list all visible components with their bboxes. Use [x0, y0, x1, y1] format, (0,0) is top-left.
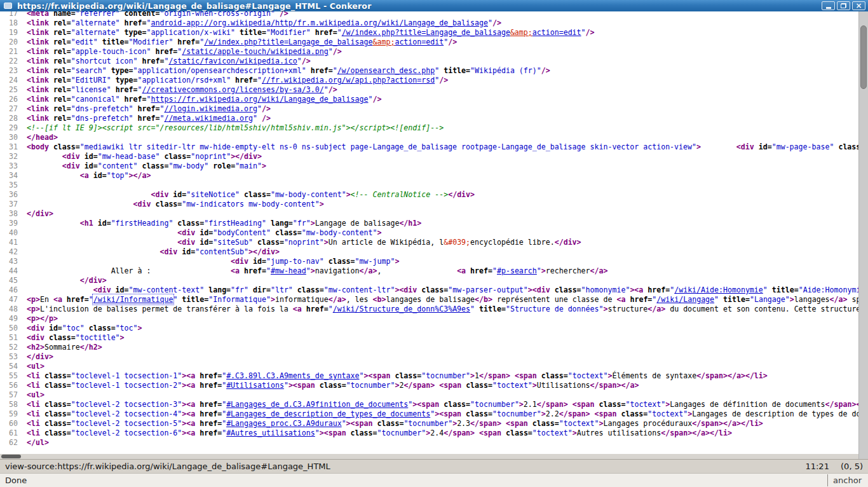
source-hyperlink[interactable]: /wiki/Langage [656, 295, 714, 304]
source-line: 26<link rel="canonical" href="https://fr… [0, 95, 858, 104]
source-hyperlink[interactable]: #p-search [497, 266, 537, 275]
modeline-scroll-position: (0, 5) [841, 462, 863, 471]
source-token: href= [200, 429, 222, 437]
source-hyperlink[interactable]: //fr.wikipedia.org/w/api.php?action=rsd [262, 76, 435, 85]
source-token: id= [173, 190, 186, 199]
source-token: <link [27, 28, 53, 37]
source-token: <span [595, 409, 621, 418]
source-hyperlink[interactable]: #Utilisations [226, 381, 284, 390]
source-hyperlink[interactable]: action=edit [395, 38, 444, 46]
source-token: </span></a></li> [661, 429, 732, 437]
source-token: id= [200, 228, 213, 237]
source-token: langages de balisage [386, 295, 475, 304]
source-token: id= [85, 152, 98, 161]
source-token [510, 371, 515, 380]
source-token: "origin-when-cross-origin" [159, 11, 279, 18]
source-token: </h2> [80, 343, 102, 352]
source-line: 29<!--[if lt IE 9]><script src="/resourc… [0, 123, 858, 133]
source-token: rel= [53, 38, 71, 46]
source-hyperlink[interactable]: /wiki/Aide:Homonymie [674, 285, 763, 294]
source-hyperlink[interactable]: /wiki/Informatique [93, 295, 173, 304]
restore-button[interactable] [837, 1, 850, 10]
source-token: </a> [590, 266, 608, 275]
source-token: "ltr" [271, 285, 297, 294]
vertical-scrollbar[interactable] [858, 11, 868, 459]
source-hyperlink[interactable]: /w/index.php?title=Langage_de_balisage [204, 38, 372, 46]
source-token: " [470, 305, 479, 313]
source-line: 52<h2>Sommaire</h2> [0, 343, 858, 352]
window-titlebar[interactable]: https://fr.wikipedia.org/wiki/Langage_de… [0, 0, 868, 11]
source-token: <p> [27, 295, 40, 304]
source-line: 46 <div id="mw-content-text" lang="fr" d… [0, 285, 858, 295]
line-number: 46 [0, 285, 18, 295]
source-token: <div [177, 228, 200, 237]
source-hyperlink[interactable]: /static/favicon/wikipedia.ico [168, 57, 297, 65]
source-token: > [599, 419, 604, 428]
source-token: href= [116, 85, 138, 94]
source-view[interactable]: 17<meta name="referrer" content="origin-… [0, 11, 858, 459]
source-token: class= [44, 400, 71, 409]
source-token: href= [125, 18, 147, 27]
source-token: href= [155, 47, 177, 56]
source-hyperlink[interactable]: android-app://org.wikipedia/http/fr.m.wi… [151, 18, 487, 27]
source-hyperlink[interactable]: #Langages_de_d.C3.A9finition_de_document… [226, 400, 408, 409]
source-hyperlink[interactable]: //login.wikimedia.org [164, 104, 257, 113]
source-hyperlink[interactable]: &amp; [510, 28, 532, 37]
source-hyperlink[interactable]: https://fr.wikipedia.org/wiki/Langage_de… [151, 95, 368, 104]
source-token: "Modifier" [266, 28, 315, 37]
source-hyperlink[interactable]: action=edit [532, 28, 581, 37]
source-token: <span [439, 381, 466, 390]
source-token: class= [53, 142, 80, 151]
source-token: <div [151, 190, 173, 199]
minimize-button[interactable] [822, 1, 835, 10]
source-token: "toclevel-1 tocsection-1" [71, 371, 182, 380]
source-token: id= [85, 161, 98, 170]
source-token: <h1 [80, 219, 98, 228]
source-token: "siteNotice" [186, 190, 244, 199]
source-line: 24<link rel="EditURI" type="application/… [0, 76, 858, 85]
source-token: class= [466, 381, 492, 390]
source-token: "toctext" [648, 409, 688, 418]
source-hyperlink[interactable]: #mw-head [271, 266, 306, 275]
source-hyperlink[interactable]: #Langages_proc.C3.A9duraux [226, 419, 341, 428]
source-token: En [40, 295, 53, 304]
horizontal-scrollbar[interactable] [0, 454, 858, 459]
source-hyperlink[interactable]: #Langages_de_description_de_types_de_doc… [226, 409, 430, 418]
source-token: représentent une classe de [492, 295, 616, 304]
source-token: id= [93, 171, 107, 180]
source-hyperlink[interactable]: /w/index.php?title=Langage_de_balisage [342, 28, 510, 37]
line-number: 27 [0, 104, 18, 114]
source-hyperlink[interactable]: /w/opensearch_desc.php [337, 66, 435, 75]
source-token: encyclopédie libre. [470, 238, 555, 247]
source-token: <div [62, 152, 85, 161]
minibuffer[interactable]: Done anchor [0, 473, 868, 487]
vertical-scrollbar-thumb[interactable] [860, 25, 867, 89]
restore-icon [841, 3, 846, 8]
source-hyperlink[interactable]: /static/apple-touch/wikipedia.png [182, 47, 328, 56]
source-token: ><a [182, 400, 200, 409]
source-hyperlink[interactable]: //creativecommons.org/licenses/by-sa/3.0… [142, 85, 324, 94]
source-hyperlink[interactable]: #.C3.89l.C3.A9ments_de_syntaxe [226, 371, 359, 380]
source-token: " [257, 104, 262, 113]
source-hyperlink[interactable]: #Autres_utilisations [226, 429, 315, 437]
source-token: <li [27, 409, 44, 418]
source-line: 43 <div id="jump-to-nav" class="mw-jump"… [0, 257, 858, 266]
source-token: Langages de description de types de docu… [692, 409, 858, 418]
source-line: 17<meta name="referrer" content="origin-… [0, 11, 858, 18]
source-token: <div [177, 238, 200, 247]
horizontal-scrollbar-thumb[interactable] [1, 455, 21, 458]
source-hyperlink[interactable]: &amp; [373, 38, 395, 46]
source-token: <link [27, 95, 53, 104]
close-button[interactable]: × [852, 1, 865, 10]
line-number: 61 [0, 429, 18, 438]
line-number: 58 [0, 400, 18, 409]
source-token: "application/x-wiki" [146, 28, 240, 37]
source-hyperlink[interactable]: /wiki/Structure_de_donn%C3%A9es [333, 305, 470, 313]
source-token: id= [759, 142, 772, 151]
source-token: "mw-body-content" [302, 228, 377, 237]
line-number: 19 [0, 28, 18, 38]
source-token: href= [311, 66, 333, 75]
source-token: class= [177, 219, 204, 228]
source-hyperlink[interactable]: //meta.wikimedia.org [164, 114, 253, 123]
line-number: 57 [0, 390, 18, 400]
